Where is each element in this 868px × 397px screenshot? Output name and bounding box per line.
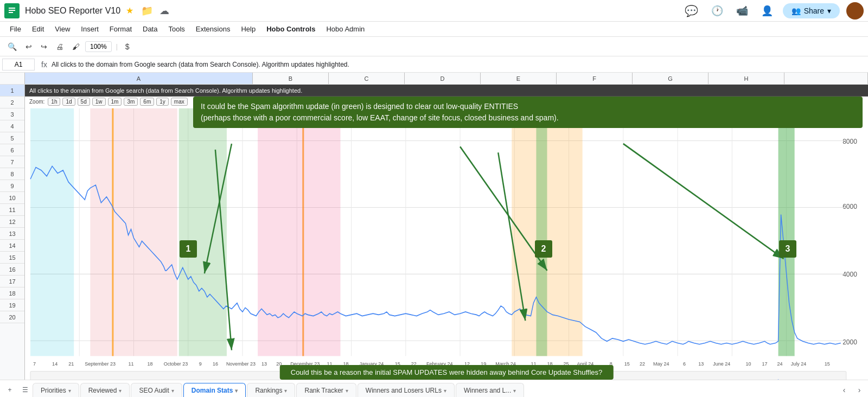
zoom-1m[interactable]: 1m xyxy=(108,98,122,106)
menu-file[interactable]: File xyxy=(4,24,27,34)
row-15-num[interactable]: 15 xyxy=(0,252,24,264)
zoom-display[interactable]: 100% xyxy=(85,41,112,52)
tab-rank-tracker[interactable]: Rank Tracker ▾ xyxy=(296,383,356,398)
col-b-header[interactable]: B xyxy=(253,73,329,84)
share-chevron: ▾ xyxy=(827,7,831,15)
tab-priorities[interactable]: Priorities ▾ xyxy=(33,383,79,398)
svg-text:15: 15 xyxy=(825,361,830,367)
menu-help[interactable]: Help xyxy=(235,24,261,34)
col-e-header[interactable]: E xyxy=(481,73,557,84)
sheet-menu-button[interactable]: ☰ xyxy=(17,382,33,398)
print-button[interactable]: 🖨 xyxy=(53,40,67,53)
undo-button[interactable]: ↩ xyxy=(22,40,35,53)
share-button[interactable]: 👥 Share ▾ xyxy=(783,3,840,18)
row-6-num[interactable]: 6 xyxy=(0,144,24,156)
app-icon xyxy=(4,3,20,18)
tab-rankings[interactable]: Rankings ▾ xyxy=(247,383,295,398)
row-16-num[interactable]: 16 xyxy=(0,264,24,276)
row-13-num[interactable]: 13 xyxy=(0,228,24,240)
marker-3: 3 xyxy=(779,240,796,258)
row-3-num[interactable]: 3 xyxy=(0,108,24,120)
meet-icon[interactable]: 📹 xyxy=(736,5,748,17)
svg-line-116 xyxy=(623,144,784,259)
menu-edit[interactable]: Edit xyxy=(27,24,49,34)
tab-reviewed[interactable]: Reviewed ▾ xyxy=(80,383,130,398)
formula-icon: fx xyxy=(41,60,47,69)
row-5-num[interactable]: 5 xyxy=(0,132,24,144)
zoom-5d[interactable]: 5d xyxy=(78,98,90,106)
menu-format[interactable]: Format xyxy=(104,24,137,34)
cell-reference[interactable] xyxy=(2,59,35,71)
row-12-num[interactable]: 12 xyxy=(0,216,24,228)
tab-seo-audit-arrow: ▾ xyxy=(171,388,174,394)
share-icon: 👥 xyxy=(792,7,801,15)
paint-format-button[interactable]: 🖌 xyxy=(69,40,83,53)
tab-winners-losers-urls[interactable]: Winners and Losers URLs ▾ xyxy=(358,383,455,398)
row-14-num[interactable]: 14 xyxy=(0,240,24,252)
bottom-annotation-text: Could this be a reason the initial SPAM … xyxy=(291,368,603,376)
col-h-header[interactable]: H xyxy=(709,73,784,84)
zoom-1y[interactable]: 1y xyxy=(156,98,169,106)
row-9-num[interactable]: 9 xyxy=(0,180,24,192)
row-4-num[interactable]: 4 xyxy=(0,120,24,132)
chart-header-row: All clicks to the domain from Google sea… xyxy=(25,85,868,97)
menu-hobo-admin[interactable]: Hobo Admin xyxy=(321,24,370,34)
row-18-num[interactable]: 18 xyxy=(0,287,24,299)
annotation-box: It could be the Spam algorithm update (i… xyxy=(193,97,863,128)
col-g-header[interactable]: G xyxy=(633,73,709,84)
star-icon[interactable]: ★ xyxy=(126,5,133,16)
row-1-num[interactable]: 1 xyxy=(0,85,24,97)
search-button[interactable]: 🔍 xyxy=(4,40,20,53)
svg-rect-3 xyxy=(9,12,13,13)
column-headers: A B C D E F G H xyxy=(0,73,868,85)
tab-priorities-arrow: ▾ xyxy=(68,388,71,394)
row-10-num[interactable]: 10 xyxy=(0,192,24,204)
history-icon[interactable]: 🕐 xyxy=(711,5,723,17)
zoom-6m[interactable]: 6m xyxy=(140,98,154,106)
row-7-num[interactable]: 7 xyxy=(0,156,24,168)
top-bar: Hobo SEO Reporter V10 ★ 📁 ☁ 💬 🕐 📹 👤 👥 Sh… xyxy=(0,0,868,22)
col-rest-header[interactable] xyxy=(784,73,868,84)
tab-domain-stats[interactable]: Domain Stats ▾ xyxy=(183,383,246,398)
tab-nav-left[interactable]: ‹ xyxy=(838,383,851,396)
zoom-max[interactable]: max xyxy=(171,98,188,106)
tab-winners-l[interactable]: Winners and L... ▾ xyxy=(456,383,524,398)
menu-data[interactable]: Data xyxy=(137,24,163,34)
tab-nav-right[interactable]: › xyxy=(853,383,866,396)
svg-rect-34 xyxy=(258,108,340,356)
currency-button[interactable]: $ xyxy=(122,40,133,53)
menu-tools[interactable]: Tools xyxy=(163,24,190,34)
zoom-1w[interactable]: 1w xyxy=(92,98,106,106)
cloud-icon[interactable]: ☁ xyxy=(159,5,169,17)
zoom-1d[interactable]: 1d xyxy=(62,98,75,106)
comments-icon[interactable]: 💬 xyxy=(685,4,698,17)
menu-hobo-controls[interactable]: Hobo Controls xyxy=(261,24,321,34)
tab-rank-tracker-arrow: ▾ xyxy=(346,388,348,394)
redo-button[interactable]: ↪ xyxy=(37,40,50,53)
folder-icon[interactable]: 📁 xyxy=(141,5,153,17)
row-11-num[interactable]: 11 xyxy=(0,204,24,216)
svg-text:10: 10 xyxy=(745,361,751,367)
col-f-header[interactable]: F xyxy=(557,73,633,84)
svg-rect-1 xyxy=(9,8,15,9)
avatar[interactable] xyxy=(846,2,864,20)
menu-view[interactable]: View xyxy=(49,24,75,34)
row-19-num[interactable]: 19 xyxy=(0,299,24,311)
row-2-num[interactable]: 2 xyxy=(0,97,24,108)
row-17-num[interactable]: 17 xyxy=(0,276,24,287)
col-c-header[interactable]: C xyxy=(329,73,405,84)
add-sheet-button[interactable]: + xyxy=(2,382,17,398)
svg-rect-27 xyxy=(30,108,74,356)
account-icon[interactable]: 👤 xyxy=(761,5,773,17)
tab-seo-audit[interactable]: SEO Audit ▾ xyxy=(131,383,182,398)
sheet-area: A B C D E F G H 1 2 3 4 5 6 7 8 9 10 11 … xyxy=(0,73,868,380)
menu-insert[interactable]: Insert xyxy=(75,24,104,34)
svg-text:October 23: October 23 xyxy=(164,361,188,367)
row-20-num[interactable]: 20 xyxy=(0,311,24,323)
col-d-header[interactable]: D xyxy=(405,73,481,84)
zoom-1h[interactable]: 1h xyxy=(48,98,60,106)
row-8-num[interactable]: 8 xyxy=(0,168,24,180)
zoom-3m[interactable]: 3m xyxy=(124,98,138,106)
col-a-header[interactable]: A xyxy=(25,73,253,84)
menu-extensions[interactable]: Extensions xyxy=(190,24,236,34)
